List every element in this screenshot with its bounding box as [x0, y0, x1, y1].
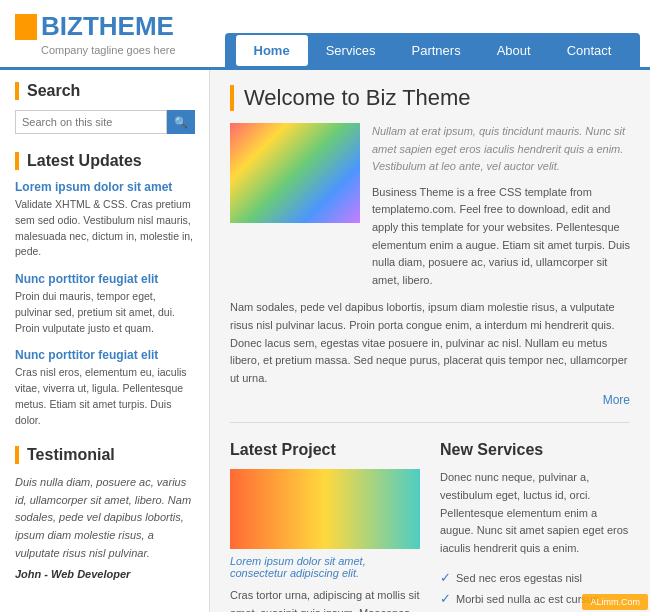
welcome-section: Welcome to Biz Theme Nullam at erat ipsu…	[230, 85, 630, 423]
update-text-1: Validate XHTML & CSS. Cras pretium sem s…	[15, 197, 194, 260]
welcome-desc: Business Theme is a free CSS template fr…	[372, 184, 630, 290]
project-caption[interactable]: Lorem ipsum dolor sit amet, consectetur …	[230, 555, 420, 579]
update-text-2: Proin dui mauris, tempor eget, pulvinar …	[15, 289, 194, 336]
update-title-2[interactable]: Nunc porttitor feugiat elit	[15, 272, 194, 286]
update-text-3: Cras nisl eros, elementum eu, iaculis vi…	[15, 365, 194, 428]
content-area: Welcome to Biz Theme Nullam at erat ipsu…	[210, 70, 650, 612]
nav-item-services[interactable]: Services	[308, 35, 394, 66]
testimonial-text: Duis nulla diam, posuere ac, varius id, …	[15, 474, 194, 562]
updates-title: Latest Updates	[15, 152, 194, 170]
main-layout: Search 🔍 Latest Updates Lorem ipsum dolo…	[0, 70, 650, 612]
check-icon-1: ✓	[440, 570, 451, 585]
testimonial-section: Testimonial Duis nulla diam, posuere ac,…	[15, 446, 194, 580]
logo-icon	[15, 14, 37, 40]
welcome-more-link: More	[230, 393, 630, 407]
update-title-1[interactable]: Lorem ipsum dolor sit amet	[15, 180, 194, 194]
nav-item-about[interactable]: About	[479, 35, 549, 66]
logo-tagline: Company tagline goes here	[41, 44, 225, 56]
check-icon-2: ✓	[440, 591, 451, 606]
welcome-body: Nullam at erat ipsum, quis tincidunt mau…	[230, 123, 630, 289]
two-column-section: Latest Project Lorem ipsum dolor sit ame…	[230, 441, 630, 612]
welcome-more-button[interactable]: More	[603, 393, 630, 407]
search-title: Search	[15, 82, 194, 100]
logo: BIZTHEME	[15, 11, 225, 42]
logo-name: BIZTHEME	[41, 11, 174, 42]
logo-area: BIZTHEME Company tagline goes here	[15, 11, 225, 56]
update-item-1: Lorem ipsum dolor sit amet Validate XHTM…	[15, 180, 194, 260]
welcome-right: Nullam at erat ipsum, quis tincidunt mau…	[372, 123, 630, 289]
welcome-highlight: Nullam at erat ipsum, quis tincidunt mau…	[372, 123, 630, 176]
latest-project-title: Latest Project	[230, 441, 420, 459]
search-input[interactable]	[15, 110, 167, 134]
update-title-3[interactable]: Nunc porttitor feugiat elit	[15, 348, 194, 362]
service-intro: Donec nunc neque, pulvinar a, vestibulum…	[440, 469, 630, 557]
update-item-2: Nunc porttitor feugiat elit Proin dui ma…	[15, 272, 194, 336]
sidebar: Search 🔍 Latest Updates Lorem ipsum dolo…	[0, 70, 210, 612]
latest-updates-section: Latest Updates Lorem ipsum dolor sit ame…	[15, 152, 194, 428]
header: BIZTHEME Company tagline goes here Home …	[0, 0, 650, 70]
new-services-section: New Services Donec nunc neque, pulvinar …	[440, 441, 630, 612]
project-desc: Cras tortor urna, adipiscing at mollis s…	[230, 587, 420, 612]
search-button[interactable]: 🔍	[167, 110, 195, 134]
main-nav: Home Services Partners About Contact	[225, 33, 640, 69]
nav-item-partners[interactable]: Partners	[394, 35, 479, 66]
welcome-image	[230, 123, 360, 223]
search-form: 🔍	[15, 110, 194, 134]
watermark: ALimm.Com	[582, 594, 648, 610]
welcome-title: Welcome to Biz Theme	[230, 85, 630, 111]
project-image	[230, 469, 420, 549]
nav-item-home[interactable]: Home	[236, 35, 308, 66]
new-services-title: New Services	[440, 441, 630, 459]
service-item-1: ✓Sed nec eros egestas nisl	[440, 567, 630, 588]
welcome-bottom-text: Nam sodales, pede vel dapibus lobortis, …	[230, 299, 630, 387]
testimonial-title: Testimonial	[15, 446, 194, 464]
update-item-3: Nunc porttitor feugiat elit Cras nisl er…	[15, 348, 194, 428]
testimonial-author: John - Web Developer	[15, 568, 194, 580]
latest-project-section: Latest Project Lorem ipsum dolor sit ame…	[230, 441, 420, 612]
nav-item-contact[interactable]: Contact	[549, 35, 630, 66]
search-section: Search 🔍	[15, 82, 194, 134]
